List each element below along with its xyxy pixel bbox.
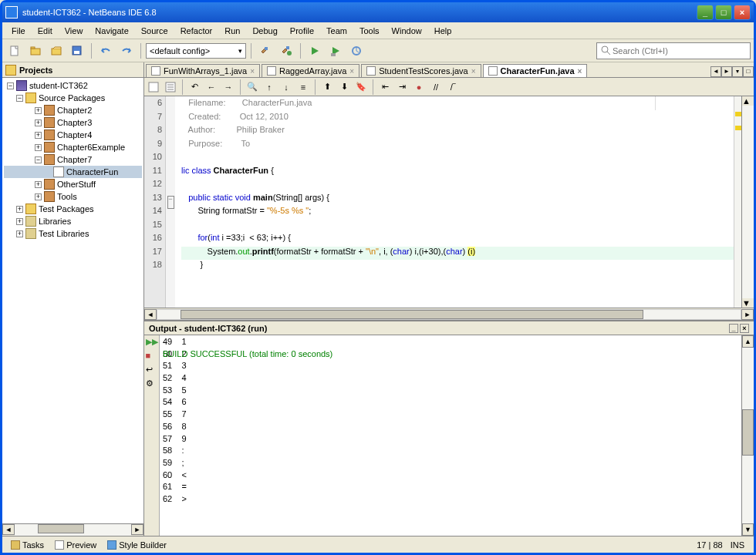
new-file-button[interactable] [5,42,24,60]
menu-source[interactable]: Source [135,25,174,37]
menu-edit[interactable]: Edit [32,25,59,37]
menu-refactor[interactable]: Refactor [174,25,219,37]
comment-button[interactable]: // [428,79,444,95]
code-content[interactable]: Filename: CharacterFun.java Created: Oct… [175,96,734,308]
find-selection-button[interactable]: 🔍 [245,79,260,95]
scroll-down-icon[interactable]: ▼ [742,523,754,536]
editor-vscroll[interactable]: ▲ ▼ [741,96,754,308]
config-dropdown[interactable]: <default config> [146,43,246,59]
build-button[interactable] [256,42,275,60]
tab-studenttestscores[interactable]: StudentTestScores.java× [361,64,481,77]
scroll-thumb[interactable] [742,106,754,183]
scroll-right-icon[interactable]: ► [131,524,143,535]
clean-build-button[interactable] [277,42,295,60]
style-builder-button[interactable]: Style Builder [102,538,172,552]
error-strip[interactable] [734,96,741,308]
output-text[interactable]: 49 150 251 352 453 554 655 756 857 958 :… [160,335,741,536]
last-edit-button[interactable]: ↶ [187,79,202,95]
tab-raggedarray[interactable]: RaggedArray.java× [262,64,359,77]
highlight-button[interactable]: ≡ [295,79,311,95]
menu-window[interactable]: Window [386,25,428,37]
close-icon[interactable]: × [349,67,354,76]
stop-button[interactable]: ■ [146,351,158,363]
close-button[interactable]: × [734,5,751,20]
tab-next-button[interactable]: ► [721,66,732,77]
undo-button[interactable] [96,42,115,60]
editor-hscroll[interactable]: ◄ ► [144,308,754,320]
tasks-button[interactable]: Tasks [5,538,49,552]
forward-button[interactable]: → [221,79,236,95]
toggle-bookmark-button[interactable]: 🔖 [353,79,369,95]
save-all-button[interactable] [68,42,86,60]
scroll-up-icon[interactable]: ▲ [742,335,754,348]
expand-icon[interactable]: + [35,119,42,126]
history-button[interactable] [163,79,178,95]
wrap-button[interactable]: ↩ [146,365,158,377]
minimize-icon[interactable]: _ [729,324,738,333]
menu-view[interactable]: View [59,25,89,37]
expand-icon[interactable]: + [16,230,23,237]
expand-icon[interactable]: − [16,95,23,102]
new-project-button[interactable] [26,42,45,60]
prev-bookmark-button[interactable]: ⬆ [319,79,335,95]
scroll-up-icon[interactable]: ▲ [742,96,754,106]
close-icon[interactable]: × [578,67,582,76]
search-box[interactable] [596,42,751,59]
tab-funwitharrays[interactable]: FunWithArrays_1.java× [146,64,260,77]
menu-team[interactable]: Team [320,25,353,37]
close-icon[interactable]: × [471,67,476,76]
source-view-button[interactable] [146,79,161,95]
preview-button[interactable]: Preview [49,538,102,552]
shift-right-button[interactable]: ⇥ [394,79,410,95]
expand-icon[interactable]: + [35,132,42,139]
next-bookmark-button[interactable]: ⬇ [336,79,352,95]
tab-prev-button[interactable]: ◄ [710,66,721,77]
tab-characterfun[interactable]: CharacterFun.java× [483,64,588,77]
output-vscroll[interactable]: ▲ ▼ [741,335,754,536]
code-editor[interactable]: 6789101112131415161718 − Filename: Chara… [144,96,754,308]
menu-navigate[interactable]: Navigate [89,25,134,37]
menu-help[interactable]: Help [428,25,458,37]
redo-button[interactable] [117,42,136,60]
scroll-left-icon[interactable]: ◄ [144,309,157,320]
maximize-button[interactable]: □ [715,5,732,20]
back-button[interactable]: ← [204,79,219,95]
scroll-right-icon[interactable]: ► [741,309,754,320]
macro-button[interactable]: ● [411,79,427,95]
menu-tools[interactable]: Tools [353,25,386,37]
minimize-button[interactable]: _ [697,5,714,20]
menu-run[interactable]: Run [218,25,246,37]
scroll-left-icon[interactable]: ◄ [2,524,15,535]
scroll-thumb[interactable] [181,310,643,319]
expand-icon[interactable]: + [16,218,23,225]
shift-left-button[interactable]: ⇤ [377,79,393,95]
close-icon[interactable]: × [250,67,255,76]
expand-icon[interactable]: + [35,193,42,200]
find-prev-button[interactable]: ↑ [262,79,277,95]
rerun-button[interactable]: ▶▶ [146,337,158,349]
project-tree[interactable]: −student-ICT362 −Source Packages +Chapte… [2,78,143,523]
expand-icon[interactable]: + [35,181,42,188]
expand-icon[interactable]: − [7,82,14,89]
expand-icon[interactable]: + [16,206,23,213]
menu-profile[interactable]: Profile [284,25,320,37]
search-input[interactable] [613,46,747,56]
scroll-down-icon[interactable]: ▼ [742,298,754,308]
menu-debug[interactable]: Debug [246,25,283,37]
uncomment-button[interactable]: /‾ [445,79,461,95]
tab-list-button[interactable]: ▾ [732,66,743,77]
expand-icon[interactable]: + [35,144,42,151]
run-button[interactable] [305,42,324,60]
expand-icon[interactable]: − [35,156,42,163]
debug-button[interactable] [326,42,345,60]
panel-hscroll[interactable]: ◄ ► [2,523,143,536]
tab-max-button[interactable]: □ [743,66,754,77]
open-button[interactable] [47,42,66,60]
settings-button[interactable]: ⚙ [146,378,158,391]
menu-file[interactable]: File [5,25,32,37]
fold-icon[interactable]: − [167,196,174,210]
close-icon[interactable]: × [740,324,749,333]
profile-button[interactable] [347,42,366,60]
find-next-button[interactable]: ↓ [278,79,294,95]
fold-gutter[interactable]: − [166,96,175,308]
